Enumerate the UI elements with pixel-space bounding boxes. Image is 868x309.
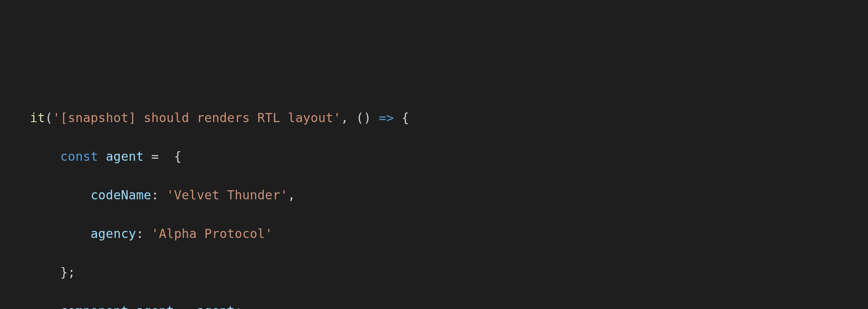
test-name-string: '[snapshot] should renders RTL layout' xyxy=(53,110,341,125)
code-block: it('[snapshot] should renders RTL layout… xyxy=(30,89,868,309)
prop-agent: agent xyxy=(136,304,174,309)
indent xyxy=(30,226,91,241)
space xyxy=(144,226,151,241)
space xyxy=(189,304,197,309)
var-agent-ref: agent xyxy=(197,304,235,309)
code-line-1: it('[snapshot] should renders RTL layout… xyxy=(30,108,868,128)
space xyxy=(371,110,379,125)
obj-component: component xyxy=(60,304,128,309)
prop-agency: agency xyxy=(91,226,136,241)
indent xyxy=(30,149,60,164)
code-line-3: codeName: 'Velvet Thunder', xyxy=(30,186,868,205)
prop-codename: codeName xyxy=(91,188,151,202)
code-line-6: component.agent = agent; xyxy=(30,302,868,309)
paren-args: () xyxy=(356,110,371,125)
arrow: => xyxy=(379,110,394,125)
code-line-4: agency: 'Alpha Protocol' xyxy=(30,224,868,244)
space xyxy=(144,149,151,164)
space xyxy=(174,304,181,309)
equals: = xyxy=(151,149,159,164)
space xyxy=(394,110,402,125)
code-line-5: }; xyxy=(30,263,868,282)
colon: : xyxy=(151,188,159,202)
semi: ; xyxy=(235,304,242,309)
string-velvet: 'Velvet Thunder' xyxy=(167,188,288,202)
indent xyxy=(30,304,60,309)
comma: , xyxy=(288,188,295,202)
dot: . xyxy=(128,304,136,309)
brace: { xyxy=(402,110,409,125)
var-agent: agent xyxy=(106,149,144,164)
indent xyxy=(30,265,60,280)
space xyxy=(159,149,174,164)
brace: { xyxy=(174,149,181,164)
colon: : xyxy=(136,226,144,241)
indent xyxy=(30,188,91,202)
equals: = xyxy=(181,304,189,309)
code-line-2: const agent = { xyxy=(30,147,868,167)
close-brace: }; xyxy=(60,265,76,280)
comma: , xyxy=(341,110,356,125)
keyword-const: const xyxy=(60,149,98,164)
space xyxy=(159,188,166,202)
string-alpha: 'Alpha Protocol' xyxy=(151,226,272,241)
paren: ( xyxy=(45,110,53,125)
space xyxy=(98,149,105,164)
fn-it: it xyxy=(30,110,45,125)
